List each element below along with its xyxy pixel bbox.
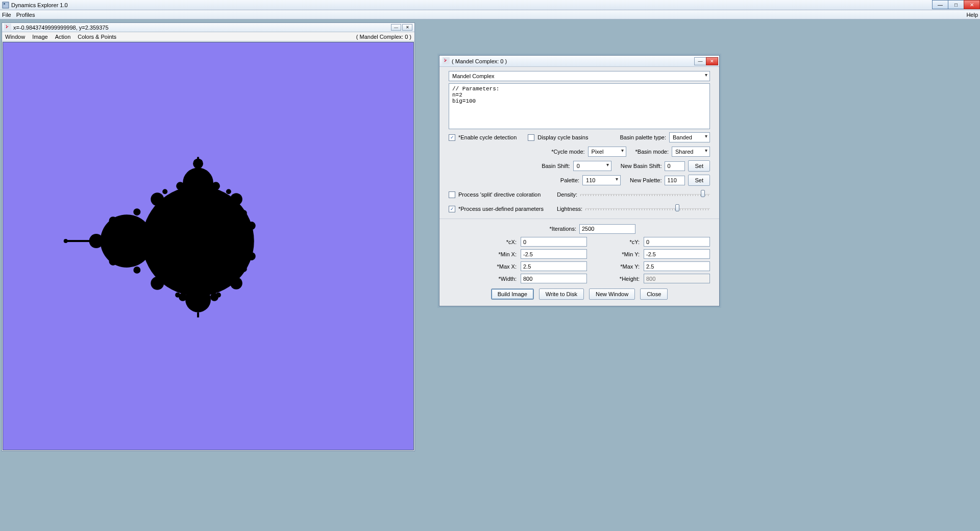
- basin-palette-type-value: Banded: [673, 134, 692, 140]
- svg-point-11: [230, 193, 242, 205]
- density-slider[interactable]: [580, 190, 710, 199]
- mapping-select[interactable]: Mandel Complex: [449, 71, 710, 81]
- viewer-menu-action[interactable]: Action: [55, 34, 71, 40]
- workspace: x=-0.9843749999999998, y=2.359375 — ✕ Wi…: [0, 19, 980, 531]
- palette-value: 110: [586, 177, 595, 183]
- display-cycle-basins-label: Display cycle basins: [537, 134, 588, 140]
- app-titlebar: Dynamics Explorer 1.0 — □ ✕: [0, 0, 980, 10]
- svg-point-10: [151, 277, 164, 290]
- cx-input[interactable]: [521, 237, 587, 247]
- miny-input[interactable]: [644, 249, 710, 259]
- iterations-label: *Iterations:: [549, 226, 576, 232]
- close-dialog-button[interactable]: Close: [640, 288, 668, 300]
- java-icon: [4, 23, 11, 32]
- cy-input[interactable]: [644, 237, 710, 247]
- maxx-input[interactable]: [521, 261, 587, 271]
- svg-rect-0: [3, 2, 9, 8]
- svg-rect-23: [66, 240, 91, 242]
- viewer-menu-colors[interactable]: Colors & Points: [78, 34, 116, 40]
- display-cycle-basins-checkbox[interactable]: [528, 134, 534, 141]
- basin-shift-label: Basin Shift:: [542, 163, 570, 169]
- svg-point-7: [89, 234, 104, 248]
- process-user-params-checkbox[interactable]: [449, 206, 455, 212]
- svg-point-19: [176, 182, 184, 190]
- menu-profiles[interactable]: Profiles: [16, 12, 35, 18]
- java-icon: [443, 57, 450, 65]
- width-input[interactable]: [521, 274, 587, 283]
- density-label: Density:: [557, 191, 577, 198]
- width-label: *Width:: [478, 276, 517, 282]
- maximize-button[interactable]: □: [948, 0, 964, 9]
- menu-file[interactable]: File: [2, 12, 11, 18]
- svg-point-26: [64, 239, 68, 243]
- enable-cycle-detection-checkbox[interactable]: [449, 134, 455, 141]
- new-palette-label: New Palette:: [630, 177, 662, 183]
- parameters-textarea[interactable]: // Parameters: n=2 big=100: [449, 83, 710, 129]
- svg-point-6: [185, 287, 211, 312]
- viewer-menubar: Window Image Action Colors & Points ( Ma…: [2, 32, 414, 41]
- svg-point-17: [133, 208, 140, 215]
- cycle-mode-label: *Cycle mode:: [551, 149, 584, 155]
- svg-point-9: [151, 192, 164, 206]
- dialog-close-button[interactable]: ✕: [706, 57, 718, 65]
- svg-point-14: [248, 252, 256, 260]
- settings-dialog: ( Mandel Complex: 0 ) — ✕ Mandel Complex…: [439, 55, 720, 306]
- svg-point-32: [226, 189, 231, 194]
- dialog-minimize-button[interactable]: —: [694, 57, 706, 65]
- palette-label: Palette:: [560, 177, 579, 183]
- svg-point-15: [109, 216, 117, 225]
- new-basin-shift-input[interactable]: [665, 161, 685, 171]
- svg-point-4: [101, 214, 154, 268]
- svg-rect-1: [4, 3, 5, 5]
- miny-label: *Min Y:: [591, 251, 640, 257]
- lightness-label: Lightness:: [557, 206, 582, 212]
- lightness-slider[interactable]: [585, 204, 710, 213]
- viewer-titlebar[interactable]: x=-0.9843749999999998, y=2.359375 — ✕: [2, 23, 414, 32]
- basin-shift-select[interactable]: 0: [573, 161, 611, 171]
- iterations-input[interactable]: [579, 224, 635, 234]
- process-split-label: Process 'split' directive coloration: [458, 191, 541, 198]
- maxy-input[interactable]: [644, 261, 710, 271]
- enable-cycle-detection-label: *Enable cycle detection: [458, 134, 517, 140]
- new-palette-set-button[interactable]: Set: [688, 175, 710, 186]
- cx-label: *cX:: [478, 239, 517, 245]
- maxy-label: *Max Y:: [591, 263, 640, 270]
- build-image-button[interactable]: Build Image: [491, 288, 534, 300]
- cycle-mode-select[interactable]: Pixel: [588, 147, 626, 157]
- process-split-checkbox[interactable]: [449, 191, 455, 198]
- close-button[interactable]: ✕: [964, 0, 980, 9]
- palette-select[interactable]: 110: [582, 175, 621, 185]
- write-to-disk-button[interactable]: Write to Disk: [539, 288, 584, 300]
- minx-input[interactable]: [521, 249, 587, 259]
- height-label: *Height:: [591, 276, 640, 282]
- viewer-menu-window[interactable]: Window: [5, 34, 25, 40]
- svg-rect-25: [197, 157, 199, 162]
- dialog-title: ( Mandel Complex: 0 ): [452, 58, 507, 64]
- fractal-canvas[interactable]: [3, 42, 414, 450]
- svg-point-28: [216, 293, 221, 298]
- mapping-select-value: Mandel Complex: [452, 73, 495, 79]
- svg-point-20: [212, 182, 220, 190]
- new-palette-input[interactable]: [665, 176, 685, 185]
- new-window-button[interactable]: New Window: [589, 288, 635, 300]
- svg-point-27: [175, 293, 180, 298]
- viewer-close-button[interactable]: ✕: [402, 24, 412, 31]
- svg-point-30: [241, 266, 247, 272]
- viewer-window: x=-0.9843749999999998, y=2.359375 — ✕ Wi…: [2, 22, 415, 451]
- new-basin-shift-label: New Basin Shift:: [621, 163, 662, 169]
- menu-help[interactable]: Help: [966, 12, 978, 18]
- svg-point-18: [133, 267, 140, 274]
- svg-point-29: [241, 210, 247, 216]
- viewer-menu-image[interactable]: Image: [32, 34, 48, 40]
- basin-mode-value: Shared: [675, 149, 693, 155]
- minimize-button[interactable]: —: [932, 0, 948, 9]
- divider: [439, 219, 719, 219]
- viewer-coords: x=-0.9843749999999998, y=2.359375: [13, 25, 109, 31]
- dialog-titlebar[interactable]: ( Mandel Complex: 0 ) — ✕: [439, 56, 719, 67]
- basin-mode-select[interactable]: Shared: [672, 147, 710, 157]
- minx-label: *Min X:: [478, 251, 517, 257]
- viewer-context-label: ( Mandel Complex: 0 ): [356, 34, 411, 40]
- basin-palette-type-select[interactable]: Banded: [669, 132, 710, 142]
- new-basin-shift-set-button[interactable]: Set: [688, 160, 710, 172]
- viewer-minimize-button[interactable]: —: [391, 24, 401, 31]
